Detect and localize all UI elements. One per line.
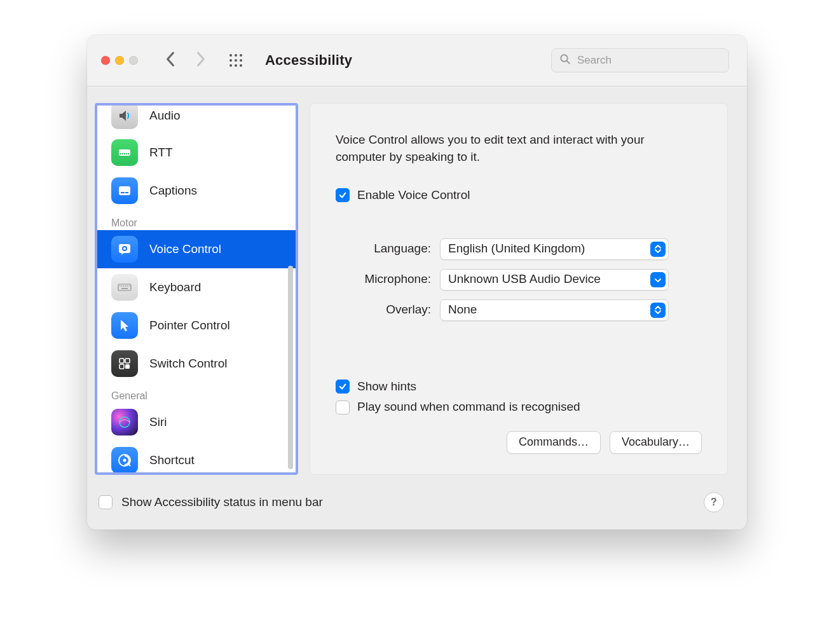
sidebar-item-label: Captions <box>149 184 197 198</box>
chevron-down-icon <box>650 272 666 287</box>
voice-control-icon <box>111 236 138 263</box>
language-value: English (United Kingdom) <box>448 240 585 257</box>
sidebar-item-label: Shortcut <box>149 453 195 467</box>
vocabulary-button[interactable]: Vocabulary… <box>610 431 702 454</box>
updown-icon <box>650 303 666 318</box>
help-button[interactable]: ? <box>704 492 724 512</box>
sidebar-item-label: RTT <box>149 146 173 160</box>
svg-rect-30 <box>121 288 128 289</box>
speaker-icon <box>111 106 138 129</box>
settings-panel: Voice Control allows you to edit text an… <box>310 103 728 475</box>
svg-rect-25 <box>121 285 123 287</box>
overlay-value: None <box>448 301 477 319</box>
svg-rect-29 <box>129 285 130 287</box>
shortcut-icon <box>111 447 138 472</box>
toolbar: Accessibility <box>87 35 747 86</box>
svg-rect-12 <box>120 153 121 154</box>
play-sound-checkbox[interactable] <box>336 401 350 414</box>
language-label: Language: <box>336 240 431 257</box>
sidebar-item-siri[interactable]: Siri <box>97 403 296 441</box>
forward-button[interactable] <box>195 51 207 70</box>
svg-line-10 <box>566 60 570 64</box>
svg-rect-24 <box>120 285 121 287</box>
sidebar-item-audio[interactable]: Audio <box>97 106 296 134</box>
svg-rect-13 <box>122 153 123 154</box>
close-window-button[interactable] <box>101 56 110 65</box>
sidebar-item-label: Keyboard <box>149 280 201 294</box>
svg-point-22 <box>123 247 126 250</box>
svg-point-5 <box>240 59 242 62</box>
commands-button[interactable]: Commands… <box>507 431 601 454</box>
search-input[interactable] <box>576 53 721 67</box>
minimize-window-button[interactable] <box>115 56 124 65</box>
zoom-window-button[interactable] <box>129 56 138 65</box>
search-icon <box>559 53 571 67</box>
svg-rect-14 <box>124 153 125 154</box>
search-field[interactable] <box>551 48 729 72</box>
sidebar-item-keyboard[interactable]: Keyboard <box>97 268 296 306</box>
svg-point-4 <box>235 59 237 62</box>
svg-rect-31 <box>120 359 124 363</box>
svg-point-2 <box>240 54 242 57</box>
window-controls <box>101 56 138 65</box>
sidebar-item-switch-control[interactable]: Switch Control <box>97 345 296 383</box>
svg-point-6 <box>229 64 232 67</box>
svg-point-7 <box>235 64 237 67</box>
svg-point-37 <box>123 459 126 462</box>
siri-icon <box>111 409 138 435</box>
sidebar-item-label: Siri <box>149 415 167 429</box>
svg-rect-17 <box>119 186 130 195</box>
svg-rect-16 <box>128 153 129 154</box>
sidebar-scrollbar[interactable] <box>288 266 293 469</box>
sidebar-header-general: General <box>97 383 296 403</box>
overlay-select[interactable]: None <box>440 299 669 321</box>
svg-point-35 <box>120 417 130 427</box>
sidebar-item-label: Audio <box>149 109 181 123</box>
play-sound-label: Play sound when command is recognised <box>357 399 580 416</box>
svg-point-8 <box>240 64 242 67</box>
sidebar-item-pointer-control[interactable]: Pointer Control <box>97 306 296 345</box>
enable-voice-control-checkbox[interactable] <box>336 188 350 202</box>
show-all-button[interactable] <box>228 53 243 68</box>
svg-rect-33 <box>120 364 124 369</box>
svg-point-0 <box>229 54 232 57</box>
sidebar-header-motor: Motor <box>97 210 296 230</box>
overlay-label: Overlay: <box>336 301 431 319</box>
svg-rect-15 <box>126 153 127 154</box>
status-menubar-label: Show Accessibility status in menu bar <box>121 495 323 509</box>
sidebar-item-captions[interactable]: Captions <box>97 172 296 210</box>
svg-rect-32 <box>125 359 130 363</box>
sidebar-item-voice-control[interactable]: Voice Control <box>97 230 296 268</box>
preferences-window: Accessibility <box>87 35 747 530</box>
sidebar-item-label: Pointer Control <box>149 319 230 332</box>
updown-icon <box>650 242 666 257</box>
sidebar: Audio RTT <box>95 103 298 475</box>
sidebar-item-label: Voice Control <box>149 242 221 256</box>
footer: Show Accessibility status in menu bar ? <box>95 486 728 518</box>
microphone-select[interactable]: Unknown USB Audio Device <box>440 269 669 291</box>
svg-rect-19 <box>125 192 128 193</box>
rtt-icon <box>111 139 138 166</box>
microphone-value: Unknown USB Audio Device <box>448 271 601 288</box>
show-hints-label: Show hints <box>357 378 416 395</box>
sidebar-item-rtt[interactable]: RTT <box>97 134 296 172</box>
svg-rect-34 <box>125 364 130 369</box>
status-menubar-checkbox[interactable] <box>99 495 113 509</box>
voice-control-description: Voice Control allows you to edit text an… <box>336 132 692 165</box>
microphone-label: Microphone: <box>336 271 431 288</box>
show-hints-checkbox[interactable] <box>336 380 350 394</box>
svg-point-3 <box>229 59 232 62</box>
window-title: Accessibility <box>265 52 352 69</box>
language-select[interactable]: English (United Kingdom) <box>440 238 669 260</box>
switch-control-icon <box>111 350 138 377</box>
svg-point-1 <box>235 54 237 57</box>
svg-rect-28 <box>127 285 128 287</box>
enable-voice-control-label: Enable Voice Control <box>357 187 470 204</box>
keyboard-icon <box>111 274 138 301</box>
svg-rect-27 <box>125 285 126 287</box>
svg-rect-23 <box>118 284 131 291</box>
sidebar-item-shortcut[interactable]: Shortcut <box>97 441 296 472</box>
svg-rect-26 <box>123 285 125 287</box>
back-button[interactable] <box>165 51 176 70</box>
sidebar-item-label: Switch Control <box>149 357 228 371</box>
